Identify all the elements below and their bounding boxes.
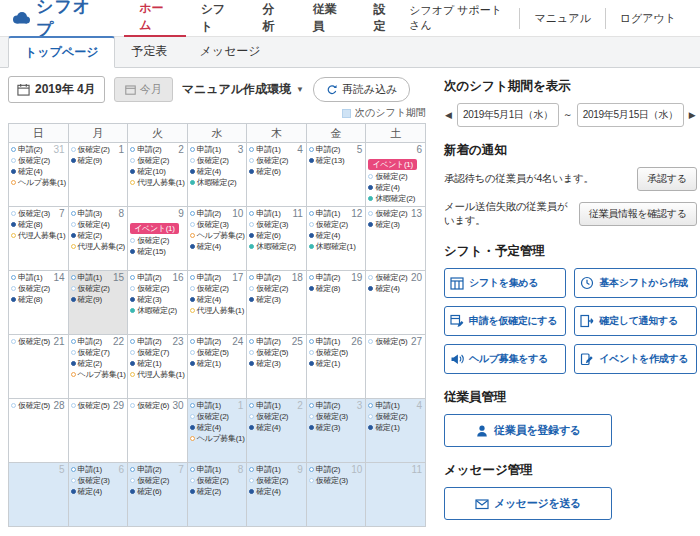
logout-link[interactable]: ログアウト	[605, 8, 690, 29]
shift-entry[interactable]: 仮確定(2)	[368, 171, 423, 182]
reload-button[interactable]: 再読み込み	[313, 77, 410, 102]
shift-entry[interactable]: 仮確定(3)	[309, 475, 350, 486]
calendar-day-cell[interactable]: 21仮確定(5)	[9, 335, 69, 399]
shift-entry[interactable]: 確定(3)	[249, 294, 304, 305]
shift-entry[interactable]: 仮確定(2)	[71, 144, 118, 155]
shift-entry[interactable]: 申請(2)	[309, 272, 350, 283]
calendar-day-cell[interactable]: 11申請(1)仮確定(3)確定(6)休暇確定(2)	[247, 207, 307, 271]
shift-entry[interactable]: 仮確定(3)	[309, 411, 356, 422]
calendar-day-cell[interactable]: 5	[9, 463, 69, 527]
shift-entry[interactable]: 申請(1)	[11, 272, 52, 283]
shift-entry[interactable]: 休暇確定(2)	[130, 305, 185, 316]
calendar-day-cell[interactable]: 20仮確定(2)確定(4)	[366, 271, 426, 335]
shift-entry[interactable]: 確定(2)	[71, 358, 126, 369]
shift-entry[interactable]: 仮確定(6)	[130, 400, 171, 411]
shift-entry[interactable]: 申請(2)	[130, 144, 177, 155]
calendar-day-cell[interactable]: 10申請(2)仮確定(3)ヘルプ募集(2)確定(4)	[187, 207, 247, 271]
shift-entry[interactable]: ヘルプ募集(1)	[71, 369, 126, 380]
help-recruit-button[interactable]: ヘルプ募集をする	[444, 344, 566, 374]
shift-entry[interactable]: 仮確定(2)	[130, 235, 185, 246]
shift-entry[interactable]: 申請(2)	[11, 144, 52, 155]
shift-entry[interactable]: 代理人募集(1)	[130, 369, 185, 380]
calendar-day-cell[interactable]: 19申請(2)確定(8)	[306, 271, 366, 335]
shift-entry[interactable]: 申請(2)	[190, 272, 231, 283]
calendar-day-cell[interactable]: 4申請(1)仮確定(2)確定(6)	[247, 143, 307, 207]
calendar-day-cell[interactable]: 1仮確定(2)確定(9)	[68, 143, 128, 207]
shift-entry[interactable]: ヘルプ募集(1)	[190, 433, 245, 444]
shift-entry[interactable]: 仮確定(2)	[249, 283, 290, 294]
shift-entry[interactable]: 仮確定(5)	[368, 336, 410, 347]
shift-entry[interactable]: 確定(13)	[309, 155, 356, 166]
shift-entry[interactable]: 確定(4)	[71, 486, 126, 497]
shift-entry[interactable]: 申請(2)	[190, 336, 231, 347]
calendar-day-cell[interactable]: 7申請(2)仮確定(2)確定(6)	[128, 463, 188, 527]
shift-entry[interactable]: 申請(1)	[249, 400, 296, 411]
shift-entry[interactable]: 休暇確定(2)	[190, 177, 245, 188]
event-badge[interactable]: イベント(1)	[130, 223, 178, 234]
shift-entry[interactable]: 確定(15)	[130, 246, 185, 257]
shift-entry[interactable]: 申請(3)	[71, 208, 118, 219]
shift-entry[interactable]: 休暇確定(2)	[368, 193, 423, 204]
nav-item-settings[interactable]: 設定	[359, 0, 410, 37]
shift-entry[interactable]: 仮確定(2)	[190, 283, 231, 294]
shift-entry[interactable]: 確定(4)	[190, 166, 245, 177]
shift-entry[interactable]: 代理人募集(1)	[130, 177, 185, 188]
shift-entry[interactable]: 仮確定(4)	[71, 219, 118, 230]
shift-entry[interactable]: 申請(1)	[71, 272, 112, 283]
shift-entry[interactable]: 仮確定(2)	[11, 283, 52, 294]
calendar-day-cell[interactable]: 27仮確定(5)	[366, 335, 426, 399]
shift-entry[interactable]: 確定(2)	[71, 230, 126, 241]
shift-entry[interactable]: 仮確定(5)	[71, 400, 112, 411]
shift-entry[interactable]: 仮確定(2)	[249, 475, 296, 486]
calendar-day-cell[interactable]: 5申請(2)確定(13)	[306, 143, 366, 207]
shift-entry[interactable]: 休暇確定(2)	[249, 241, 304, 252]
shift-entry[interactable]: 確定(8)	[11, 294, 66, 305]
month-selector[interactable]: 2019年 4月	[8, 76, 105, 103]
calendar-day-cell[interactable]: 15申請(1)仮確定(2)確定(9)	[68, 271, 128, 335]
calendar-day-cell[interactable]: 16申請(2)仮確定(2)確定(3)休暇確定(2)	[128, 271, 188, 335]
shift-entry[interactable]: 申請(1)	[368, 400, 415, 411]
shift-entry[interactable]: 仮確定(3)	[249, 219, 291, 230]
shift-entry[interactable]: 申請(1)	[190, 400, 237, 411]
shift-entry[interactable]: 仮確定(2)	[368, 411, 415, 422]
tentative-approve-button[interactable]: 申請を仮確定にする	[444, 306, 566, 336]
calendar-day-cell[interactable]: 7仮確定(3)確定(8)代理人募集(1)	[9, 207, 69, 271]
shift-entry[interactable]: 仮確定(5)	[309, 347, 350, 358]
calendar-day-cell[interactable]: 13仮確定(2)確定(3)	[366, 207, 426, 271]
shift-entry[interactable]: 確定(6)	[249, 230, 304, 241]
shift-entry[interactable]: 仮確定(7)	[130, 347, 171, 358]
shift-entry[interactable]: 確定(4)	[190, 241, 245, 252]
calendar-day-cell[interactable]: 6イベント(1)仮確定(2)確定(4)休暇確定(2)	[366, 143, 426, 207]
shift-entry[interactable]: 申請(2)	[71, 336, 112, 347]
shift-entry[interactable]: 申請(1)	[309, 336, 350, 347]
shift-entry[interactable]: 代理人募集(1)	[11, 230, 66, 241]
shift-entry[interactable]: 仮確定(2)	[309, 219, 350, 230]
nav-item-home[interactable]: ホーム	[124, 0, 185, 37]
shift-entry[interactable]: 確定(4)	[249, 486, 304, 497]
calendar-day-cell[interactable]: 8申請(3)仮確定(4)確定(2)代理人募集(2)	[68, 207, 128, 271]
calendar-day-cell[interactable]: 11	[366, 463, 426, 527]
shift-entry[interactable]: 休暇確定(1)	[309, 241, 364, 252]
shift-entry[interactable]: 申請(2)	[190, 208, 231, 219]
shift-entry[interactable]: 仮確定(2)	[190, 411, 237, 422]
calendar-day-cell[interactable]: 14申請(1)仮確定(2)確定(8)	[9, 271, 69, 335]
shift-entry[interactable]: 確定(4)	[249, 422, 304, 433]
shift-entry[interactable]: 確定(1)	[368, 422, 423, 433]
calendar-day-cell[interactable]: 26申請(1)仮確定(5)確定(1)	[306, 335, 366, 399]
shift-entry[interactable]: 仮確定(3)	[11, 208, 58, 219]
shift-entry[interactable]: 仮確定(3)	[71, 475, 118, 486]
shift-entry[interactable]: 確定(9)	[71, 155, 118, 166]
shift-entry[interactable]: 確定(4)	[368, 283, 410, 294]
shift-entry[interactable]: 申請(1)	[190, 464, 237, 475]
calendar-day-cell[interactable]: 10申請(2)仮確定(3)	[306, 463, 366, 527]
shift-entry[interactable]: 申請(2)	[130, 464, 177, 475]
shift-entry[interactable]: 申請(2)	[249, 336, 290, 347]
shift-entry[interactable]: 仮確定(2)	[368, 208, 410, 219]
shift-entry[interactable]: 仮確定(2)	[249, 155, 296, 166]
calendar-day-cell[interactable]: 28仮確定(5)	[9, 399, 69, 463]
shift-entry[interactable]: 仮確定(2)	[368, 272, 410, 283]
shift-entry[interactable]: 確定(8)	[309, 283, 350, 294]
shift-entry[interactable]: 仮確定(2)	[249, 411, 296, 422]
tab-schedule[interactable]: 予定表	[115, 36, 183, 67]
shift-entry[interactable]: 申請(1)	[249, 208, 291, 219]
